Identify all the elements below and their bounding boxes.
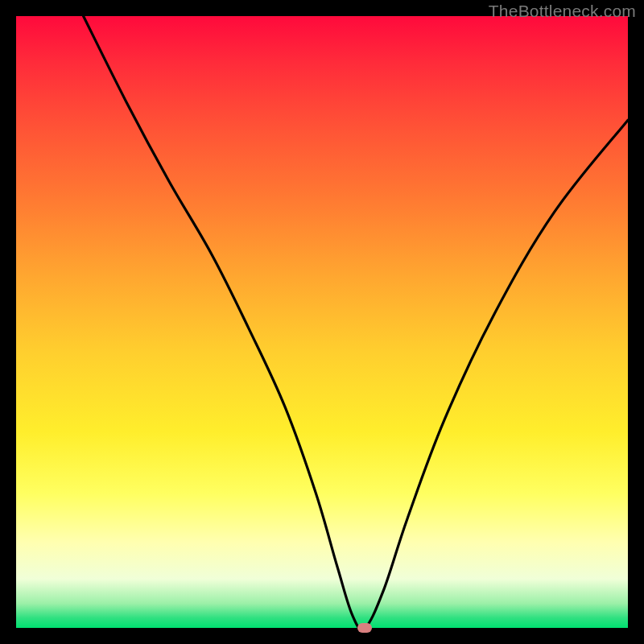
chart-frame: TheBottleneck.com: [0, 0, 644, 644]
watermark-text: TheBottleneck.com: [489, 2, 636, 21]
plot-area: [16, 16, 628, 628]
bottleneck-curve: [16, 16, 628, 628]
optimal-point-marker: [357, 623, 372, 633]
